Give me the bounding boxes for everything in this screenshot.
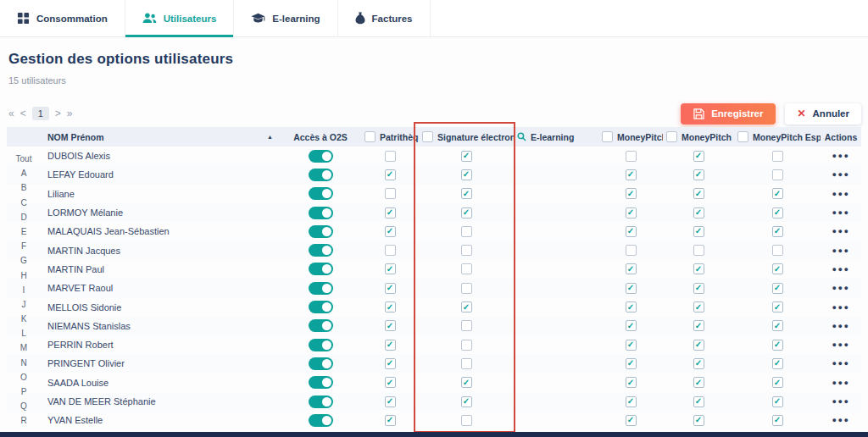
espace_client-checkbox[interactable]: ✓ xyxy=(772,263,783,274)
signature-checkbox[interactable] xyxy=(461,263,472,274)
moneypitch_lite-checkbox[interactable]: ✓ xyxy=(693,169,704,180)
patritheque-checkbox[interactable]: ✓ xyxy=(385,301,396,313)
o2s-toggle[interactable] xyxy=(309,187,333,200)
moneypitch_lite-checkbox[interactable]: ✓ xyxy=(693,226,704,237)
moneypitch-checkbox[interactable] xyxy=(626,151,637,162)
row-actions-button[interactable]: ●●● xyxy=(832,265,850,274)
column-header-moneypitch_lite[interactable]: MoneyPitch Lite xyxy=(663,131,734,142)
patritheque-checkbox[interactable] xyxy=(385,188,396,199)
save-button[interactable]: Enregistrer xyxy=(681,103,776,124)
row-actions-button[interactable]: ●●● xyxy=(832,227,850,235)
moneypitch-checkbox[interactable]: ✓ xyxy=(626,169,637,180)
moneypitch_lite-checkbox[interactable]: ✓ xyxy=(693,415,704,426)
column-header-moneypitch[interactable]: MoneyPitch xyxy=(598,131,663,142)
moneypitch-checkbox[interactable]: ✓ xyxy=(626,358,637,369)
row-actions-button[interactable]: ●●● xyxy=(832,284,850,292)
moneypitch_lite-checkbox[interactable]: ✓ xyxy=(693,320,704,331)
select-all-moneypitch_lite-checkbox[interactable] xyxy=(666,131,677,142)
select-all-espace_client-checkbox[interactable] xyxy=(737,131,748,142)
row-actions-button[interactable]: ●●● xyxy=(832,397,850,406)
column-header-name[interactable]: NOM Prénom▲ xyxy=(41,132,280,142)
sort-ascending-icon[interactable]: ▲ xyxy=(267,134,273,140)
patritheque-checkbox[interactable]: ✓ xyxy=(385,340,396,351)
signature-checkbox[interactable] xyxy=(461,358,472,369)
column-header-signature[interactable]: Signature électronique xyxy=(419,131,514,142)
moneypitch-checkbox[interactable]: ✓ xyxy=(626,226,637,237)
moneypitch_lite-checkbox[interactable]: ✓ xyxy=(693,151,704,162)
moneypitch-checkbox[interactable]: ✓ xyxy=(626,263,637,274)
row-actions-button[interactable]: ●●● xyxy=(832,190,850,198)
moneypitch_lite-checkbox[interactable]: ✓ xyxy=(693,396,704,407)
patritheque-checkbox[interactable]: ✓ xyxy=(385,283,396,294)
column-header-actions[interactable]: Actions xyxy=(821,132,861,142)
moneypitch_lite-checkbox[interactable]: ✓ xyxy=(693,377,704,388)
o2s-toggle[interactable] xyxy=(309,282,333,295)
signature-checkbox[interactable]: ✓ xyxy=(461,396,472,407)
signature-checkbox[interactable]: ✓ xyxy=(461,377,472,388)
alphabet-filter-r[interactable]: R xyxy=(7,413,41,428)
espace_client-checkbox[interactable] xyxy=(772,245,783,256)
o2s-toggle[interactable] xyxy=(309,339,333,351)
o2s-toggle[interactable] xyxy=(309,376,333,389)
tab-factures[interactable]: Factures xyxy=(338,0,431,36)
alphabet-filter-g[interactable]: G xyxy=(7,253,41,268)
espace_client-checkbox[interactable]: ✓ xyxy=(772,358,783,369)
signature-checkbox[interactable]: ✓ xyxy=(461,151,472,162)
alphabet-filter-a[interactable]: A xyxy=(7,166,41,180)
column-header-espace_client[interactable]: MoneyPitch Espace Clie xyxy=(734,131,821,142)
alphabet-filter-b[interactable]: B xyxy=(7,180,41,195)
patritheque-checkbox[interactable] xyxy=(385,245,396,256)
alphabet-filter-c[interactable]: C xyxy=(7,196,41,210)
moneypitch-checkbox[interactable]: ✓ xyxy=(626,340,637,351)
espace_client-checkbox[interactable]: ✓ xyxy=(772,377,783,388)
o2s-toggle[interactable] xyxy=(309,301,333,313)
moneypitch_lite-checkbox[interactable]: ✓ xyxy=(693,358,704,369)
alphabet-filter-p[interactable]: P xyxy=(7,384,41,399)
alphabet-filter-e[interactable]: E xyxy=(7,224,41,239)
alphabet-filter-l[interactable]: L xyxy=(7,326,41,340)
signature-checkbox[interactable]: ✓ xyxy=(461,188,472,199)
patritheque-checkbox[interactable]: ✓ xyxy=(385,226,396,237)
signature-checkbox[interactable] xyxy=(461,283,472,294)
o2s-toggle[interactable] xyxy=(309,244,333,257)
alphabet-filter-j[interactable]: J xyxy=(7,297,41,312)
signature-checkbox[interactable] xyxy=(461,245,472,256)
alphabet-filter-h[interactable]: H xyxy=(7,268,41,283)
patritheque-checkbox[interactable]: ✓ xyxy=(385,396,396,407)
o2s-toggle[interactable] xyxy=(309,414,333,427)
select-all-patritheque-checkbox[interactable] xyxy=(364,131,376,142)
patritheque-checkbox[interactable]: ✓ xyxy=(385,377,396,388)
tab-utilisateurs[interactable]: Utilisateurs xyxy=(125,0,235,36)
moneypitch_lite-checkbox[interactable]: ✓ xyxy=(693,283,704,294)
o2s-toggle[interactable] xyxy=(309,225,333,238)
row-actions-button[interactable]: ●●● xyxy=(832,416,850,424)
o2s-toggle[interactable] xyxy=(309,396,333,408)
select-all-signature-checkbox[interactable] xyxy=(422,131,433,142)
row-actions-button[interactable]: ●●● xyxy=(832,340,850,349)
patritheque-checkbox[interactable]: ✓ xyxy=(385,169,396,180)
column-header-elearning[interactable]: E-learning xyxy=(514,132,598,142)
alphabet-filter-k[interactable]: K xyxy=(7,312,41,326)
row-actions-button[interactable]: ●●● xyxy=(832,246,850,255)
tab-consommation[interactable]: Consommation xyxy=(0,0,125,36)
alphabet-filter-o[interactable]: O xyxy=(7,370,41,384)
moneypitch_lite-checkbox[interactable]: ✓ xyxy=(693,207,704,218)
row-actions-button[interactable]: ●●● xyxy=(832,303,850,312)
moneypitch-checkbox[interactable]: ✓ xyxy=(626,188,637,199)
moneypitch-checkbox[interactable]: ✓ xyxy=(626,320,637,331)
patritheque-checkbox[interactable]: ✓ xyxy=(385,207,396,218)
espace_client-checkbox[interactable]: ✓ xyxy=(772,396,783,407)
signature-checkbox[interactable] xyxy=(461,226,472,237)
alphabet-filter-m[interactable]: M xyxy=(7,340,41,355)
o2s-toggle[interactable] xyxy=(309,319,333,332)
moneypitch-checkbox[interactable] xyxy=(626,245,637,256)
o2s-toggle[interactable] xyxy=(309,150,333,163)
pagination-current-page[interactable]: 1 xyxy=(32,107,49,120)
signature-checkbox[interactable] xyxy=(461,320,472,331)
alphabet-filter-n[interactable]: N xyxy=(7,356,41,370)
moneypitch_lite-checkbox[interactable]: ✓ xyxy=(693,340,704,351)
row-actions-button[interactable]: ●●● xyxy=(832,152,850,160)
signature-checkbox[interactable]: ✓ xyxy=(461,169,472,180)
pagination-prev[interactable]: < xyxy=(20,108,26,119)
patritheque-checkbox[interactable] xyxy=(385,151,396,162)
